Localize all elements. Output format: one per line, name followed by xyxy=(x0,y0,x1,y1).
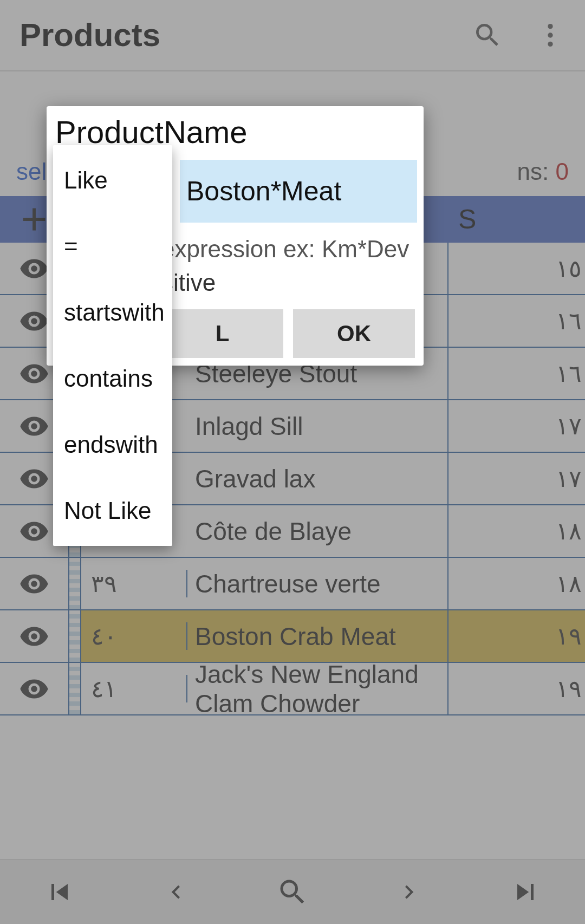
operator-option[interactable]: endswith xyxy=(53,414,172,476)
ok-button[interactable]: OK xyxy=(293,309,415,358)
dialog-buttons: L OK xyxy=(161,309,415,358)
operator-menu: Like=startswithcontainsendswithNot Like xyxy=(53,145,172,546)
operator-option[interactable]: Not Like xyxy=(53,480,172,542)
case-sensitive-label: sitive xyxy=(161,265,417,309)
filter-input[interactable] xyxy=(180,160,417,223)
cancel-button[interactable]: L xyxy=(161,309,283,358)
operator-option[interactable]: Like xyxy=(53,149,172,211)
operator-option[interactable]: contains xyxy=(53,348,172,409)
operator-option[interactable]: = xyxy=(53,216,172,277)
operator-option[interactable]: startswith xyxy=(53,282,172,343)
filter-hint: expression ex: Km*Dev xyxy=(161,223,417,265)
